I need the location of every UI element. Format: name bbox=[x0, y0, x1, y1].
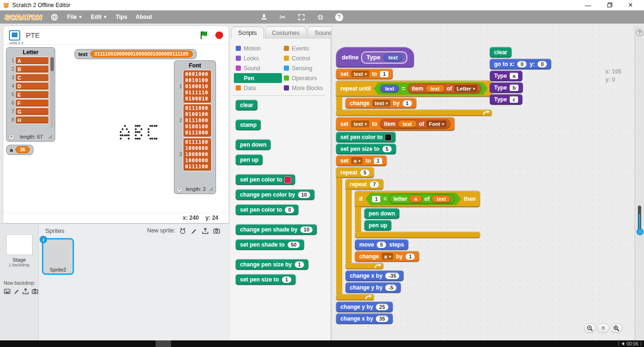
block-change-by[interactable]: changetext▾by1 bbox=[346, 98, 416, 108]
block-set-to[interactable]: seta▾to1 bbox=[336, 156, 387, 166]
list-item[interactable]: 1A bbox=[8, 57, 49, 65]
block-repeat[interactable]: repeat5repeat7if1=letteraoftextthenpen d… bbox=[336, 167, 480, 300]
category-more-blocks[interactable]: More Blocks bbox=[282, 83, 331, 93]
upload-backdrop-icon[interactable] bbox=[22, 288, 29, 295]
number-input[interactable]: 1 bbox=[403, 100, 412, 107]
font-list-watcher[interactable]: Font 10001000001010001000100111110010001… bbox=[174, 60, 216, 194]
scripts-area[interactable]: defineTypetextsettext▾to1repeat untiltex… bbox=[331, 26, 635, 340]
list-item[interactable]: 5E bbox=[8, 91, 49, 99]
category-pen[interactable]: Pen bbox=[234, 73, 282, 83]
minimize-button[interactable]: — bbox=[585, 2, 591, 8]
zoom-in-button[interactable] bbox=[611, 323, 622, 333]
block-stamp[interactable]: stamp bbox=[236, 120, 261, 130]
number-input[interactable]: 7 bbox=[370, 181, 379, 188]
number-input[interactable]: 1 bbox=[405, 253, 415, 260]
reporter-block[interactable]: letteraoftext bbox=[389, 194, 454, 204]
list-add-button[interactable]: + bbox=[176, 186, 182, 192]
text-input[interactable]: 1 bbox=[374, 157, 382, 164]
category-operators[interactable]: Operators bbox=[282, 73, 331, 83]
reporter-block[interactable]: itemtextofLetter▾ bbox=[408, 84, 481, 93]
list-resize-handle[interactable] bbox=[209, 187, 214, 191]
close-button[interactable]: × bbox=[628, 1, 633, 9]
block-change-x-by[interactable]: change x by35 bbox=[336, 314, 393, 324]
block-go-to-x-y[interactable]: go to x:0y:0 bbox=[490, 59, 551, 69]
reporter-text[interactable]: text bbox=[432, 195, 451, 203]
duplicate-tool-stamp-icon[interactable] bbox=[260, 13, 268, 21]
category-sound[interactable]: Sound bbox=[234, 63, 282, 73]
text-input[interactable]: b bbox=[510, 84, 519, 91]
grow-tool-icon[interactable] bbox=[297, 13, 306, 21]
block-if-then[interactable]: if1=letteraoftextthen bbox=[355, 191, 480, 207]
block-type[interactable]: Typea bbox=[490, 71, 522, 81]
number-input[interactable]: 0 bbox=[517, 61, 527, 67]
list-item[interactable]: 7G bbox=[8, 107, 49, 116]
block-pen-down[interactable]: pen down bbox=[364, 208, 399, 219]
dropdown-text[interactable]: text▾ bbox=[351, 121, 369, 127]
category-events[interactable]: Events bbox=[282, 43, 331, 53]
tab-scripts[interactable]: Scripts bbox=[231, 26, 264, 39]
block-pen-up[interactable]: pen up bbox=[236, 155, 263, 165]
boolean-condition[interactable]: 1=letteraoftext bbox=[365, 193, 461, 205]
dropdown-a[interactable]: a▾ bbox=[351, 157, 363, 164]
text-input[interactable]: c bbox=[510, 96, 518, 103]
stage-thumbnail[interactable] bbox=[6, 234, 33, 255]
backdrop-library-icon[interactable] bbox=[4, 288, 11, 295]
block-change-pen-color-by[interactable]: change pen color by10 bbox=[236, 190, 314, 200]
number-input[interactable]: 5 bbox=[377, 241, 386, 248]
shrink-tool-icon[interactable] bbox=[316, 13, 325, 21]
list-item[interactable]: 301111001000000100000010000000111100 bbox=[176, 138, 212, 171]
scratch-logo[interactable]: SCRATCH bbox=[5, 13, 42, 21]
block-repeat[interactable]: repeat5 bbox=[336, 167, 374, 178]
color-swatch[interactable] bbox=[385, 134, 391, 140]
number-input[interactable]: -35 bbox=[385, 273, 399, 279]
block-set-pen-size-to[interactable]: set pen size to1 bbox=[236, 274, 296, 285]
camera-sprite-icon[interactable] bbox=[213, 227, 220, 234]
delete-tool-scissors-icon[interactable]: ✂ bbox=[279, 13, 287, 21]
tab-costumes[interactable]: Costumes bbox=[265, 26, 307, 39]
block-type[interactable]: Typec bbox=[490, 94, 522, 105]
reporter-text[interactable]: text bbox=[426, 85, 445, 92]
block-help-icon[interactable]: ? bbox=[335, 13, 343, 21]
list-item[interactable]: 8H bbox=[8, 116, 49, 124]
restore-button[interactable] bbox=[607, 2, 612, 8]
sprite-library-icon[interactable] bbox=[179, 227, 186, 234]
list-item[interactable]: 3C bbox=[8, 74, 49, 82]
small-stage-toggle[interactable] bbox=[9, 30, 20, 41]
color-swatch[interactable] bbox=[285, 177, 291, 183]
reporter-a[interactable]: a bbox=[410, 195, 422, 203]
number-input[interactable]: 5 bbox=[382, 146, 392, 152]
list-item[interactable]: 100010000010100010001001111100100010 bbox=[176, 70, 212, 103]
letter-list-watcher[interactable]: Letter 1A2B3C4D5E6F7G8H + length: 67 bbox=[6, 47, 55, 141]
reporter-text[interactable]: text bbox=[380, 85, 399, 92]
block-set-pen-size-to[interactable]: set pen size to5 bbox=[336, 144, 396, 154]
menu-tips[interactable]: Tips bbox=[116, 14, 127, 20]
rewind-icon[interactable] bbox=[621, 342, 624, 346]
number-input[interactable]: 10 bbox=[298, 191, 310, 198]
boolean-condition[interactable]: text=itemtextofLetter▾ bbox=[374, 83, 488, 95]
block-change-x-by[interactable]: change x by-35 bbox=[346, 271, 404, 281]
dropdown-text[interactable]: text▾ bbox=[351, 71, 369, 77]
number-input[interactable]: 1 bbox=[295, 261, 304, 268]
sprite-info-icon[interactable]: i bbox=[40, 236, 47, 243]
block-clear[interactable]: clear bbox=[236, 100, 257, 110]
reporter-text[interactable]: text bbox=[398, 120, 417, 128]
text-input[interactable]: 1 bbox=[380, 71, 388, 77]
block-repeat[interactable]: repeat7 bbox=[346, 179, 383, 190]
list-item[interactable]: 2B bbox=[8, 65, 49, 73]
list-resize-handle[interactable] bbox=[48, 134, 53, 139]
dropdown-a[interactable]: a▾ bbox=[382, 253, 393, 260]
paint-backdrop-icon[interactable] bbox=[13, 288, 20, 295]
upload-sprite-icon[interactable] bbox=[202, 227, 209, 234]
project-name[interactable]: PTE bbox=[26, 31, 40, 39]
block-change-y-by[interactable]: change y by25 bbox=[336, 302, 393, 312]
number-input[interactable]: 0 bbox=[537, 61, 547, 67]
stage-canvas[interactable]: Letter 1A2B3C4D5E6F7G8H + length: 67 tex… bbox=[3, 45, 229, 213]
category-control[interactable]: Control bbox=[282, 53, 331, 63]
block-set-to[interactable]: settext▾toitemtextofFont▾ bbox=[336, 117, 454, 131]
block-change-by[interactable]: changea▾by1 bbox=[355, 251, 419, 262]
number-input[interactable]: 5 bbox=[360, 169, 370, 176]
block-if-then[interactable]: if1=letteraoftextthenpen downpen up bbox=[355, 191, 480, 238]
block-change-pen-shade-by[interactable]: change pen shade by10 bbox=[236, 224, 317, 235]
number-input[interactable]: 10 bbox=[300, 226, 313, 233]
number-input[interactable]: 50 bbox=[288, 241, 300, 248]
